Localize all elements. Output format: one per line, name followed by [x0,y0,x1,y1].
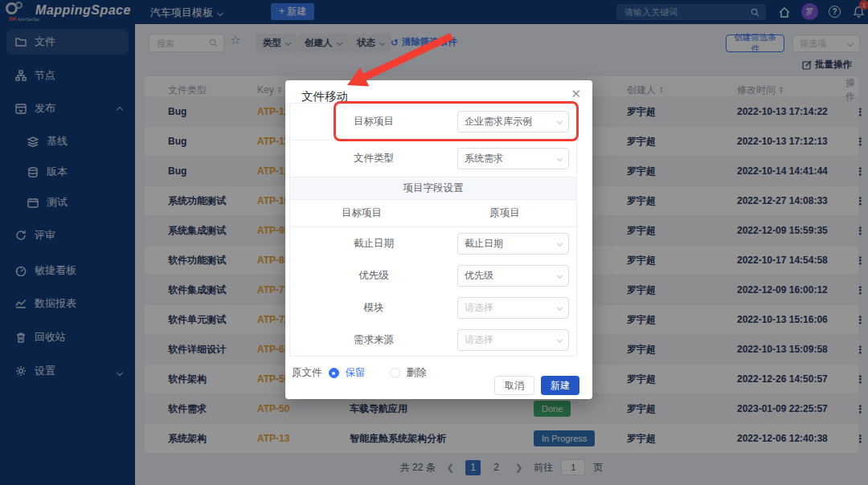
delete-radio[interactable] [390,368,400,378]
file-type-select[interactable]: 系统需求 [457,148,569,169]
file-type-row: 文件类型 系统需求 [290,141,576,177]
file-type-label: 文件类型 [290,152,457,165]
requirement-source-select[interactable]: 请选择 [457,329,569,351]
origin-file-options: 原文件 保留 删除 [292,366,427,380]
keep-radio-label[interactable]: 保留 [346,366,366,380]
origin-project-column: 原项目 [433,206,576,220]
due-date-select[interactable]: 截止日期 [457,233,569,255]
close-icon[interactable]: ✕ [571,87,581,101]
target-project-value: 企业需求库示例 [465,115,532,128]
requirement-source-placeholder: 请选择 [465,333,493,347]
chevron-down-icon [557,336,563,342]
target-project-column: 目标项目 [290,206,433,220]
priority-row: 优先级 优先级 [290,259,576,291]
module-select[interactable]: 请选择 [457,297,569,319]
app-window: 8H Auto DevOps MappingSpace 汽车项目模板 + 新建 … [0,0,868,485]
priority-value: 优先级 [465,269,493,283]
fields-column-headers: 目标项目 原项目 [290,200,576,227]
delete-radio-label[interactable]: 删除 [407,366,427,380]
chevron-down-icon [557,156,563,161]
chevron-down-icon [557,240,563,246]
requirement-source-label: 需求来源 [290,333,457,347]
due-date-value: 截止日期 [465,237,503,251]
chevron-down-icon [557,304,563,310]
file-type-value: 系统需求 [465,152,503,165]
dialog-form: 目标项目 企业需求库示例 文件类型 系统需求 项目字段设置 目标项目 原项目 截… [289,103,577,357]
confirm-button[interactable]: 新建 [541,376,579,395]
module-placeholder: 请选择 [465,301,493,315]
requirement-source-row: 需求来源 请选择 [290,324,576,356]
module-row: 模块 请选择 [290,291,576,324]
origin-file-label: 原文件 [292,366,322,380]
due-date-row: 截止日期 截止日期 [290,227,576,259]
chevron-down-icon [557,272,563,278]
cancel-button[interactable]: 取消 [494,376,534,395]
target-project-select[interactable]: 企业需求库示例 [457,111,569,132]
module-label: 模块 [290,301,457,315]
file-move-dialog: 文件移动 ✕ 目标项目 企业需求库示例 文件类型 系统需求 项目字段设置 目标项… [285,80,592,399]
priority-label: 优先级 [290,269,457,283]
due-date-label: 截止日期 [290,237,457,251]
target-project-label: 目标项目 [290,115,457,128]
fields-section-title: 项目字段设置 [290,177,576,200]
priority-select[interactable]: 优先级 [457,265,569,287]
chevron-down-icon [557,119,563,124]
target-project-row: 目标项目 企业需求库示例 [290,104,576,141]
keep-radio[interactable] [329,368,339,378]
